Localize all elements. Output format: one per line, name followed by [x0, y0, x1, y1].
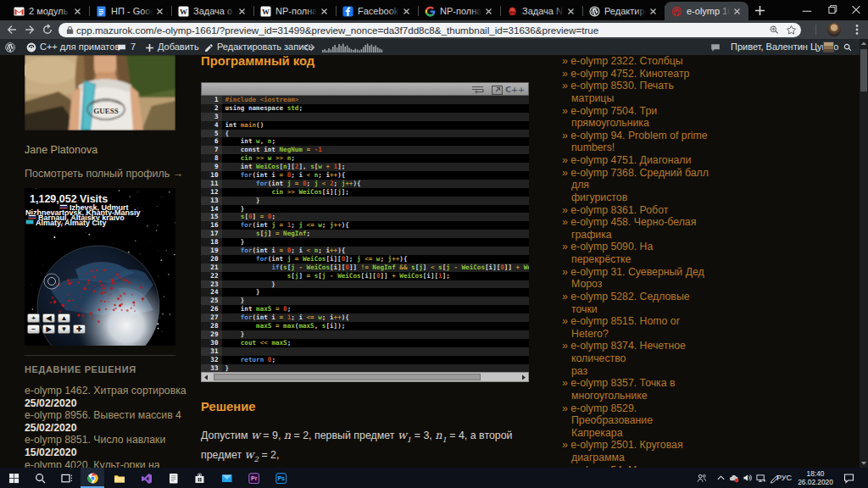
edit-pencil-icon[interactable] [204, 43, 214, 53]
recent-solution-item[interactable]: e-olymp 4020. Культ-орки на лестнице10/0… [25, 459, 199, 468]
adminbar-comments-count[interactable]: 7 [131, 39, 136, 55]
browser-tab[interactable]: WЗадача о рюкза [171, 2, 253, 20]
zoom-icon[interactable] [769, 25, 780, 36]
related-problem-link[interactable]: » e-olymp 4751. Диагонали [562, 154, 710, 167]
ms-store-icon[interactable] [187, 468, 211, 488]
open-window-icon[interactable] [492, 85, 503, 95]
profile-full-link[interactable]: Посмотреть полный профиль → [25, 168, 183, 180]
profile-name[interactable]: Jane Platonova [25, 144, 97, 156]
tab-close-icon[interactable] [565, 6, 576, 17]
people-tray-icon[interactable] [695, 468, 708, 488]
visual-studio-icon[interactable] [134, 468, 158, 488]
back-icon[interactable] [5, 23, 19, 36]
related-problem-link[interactable]: » e-olymp 5090. На перекрёстке [562, 241, 710, 265]
browser-tab[interactable]: NP-полная зада [418, 2, 500, 20]
photoshop-icon[interactable]: Ps [269, 468, 292, 488]
code-hscroll-thumb[interactable] [214, 374, 481, 380]
tab-close-icon[interactable] [648, 6, 659, 17]
pan-right-button[interactable]: ▶ [42, 324, 55, 334]
comments-bubble-icon[interactable] [117, 43, 126, 53]
recent-solution-item[interactable]: e-olymp 8851. Число навлаки 15/02/2020 [25, 434, 199, 458]
tab-close-icon[interactable] [236, 6, 248, 17]
code-brackets-icon[interactable] [303, 43, 315, 52]
pen-tray-icon[interactable] [768, 468, 781, 488]
adminbar-search-icon[interactable] [843, 42, 853, 53]
premiere-icon[interactable]: Pr [242, 468, 265, 488]
browser-tab[interactable]: WNP-полная зада [253, 2, 336, 20]
new-tab-button[interactable] [753, 3, 767, 18]
tab-close-icon[interactable] [732, 6, 743, 17]
action-center-icon[interactable] [841, 468, 856, 488]
tab-close-icon[interactable] [319, 6, 330, 17]
adminbar-site-name[interactable]: C++ для приматов [40, 39, 120, 55]
browser-tab[interactable]: 2 модуль - tsush [7, 2, 89, 20]
scroll-down-arrow[interactable] [860, 458, 868, 468]
onedrive-tray-icon[interactable] [727, 468, 740, 488]
browser-tab[interactable]: Редактировать з [582, 2, 665, 20]
scroll-right-arrow[interactable] [521, 374, 526, 380]
revolvermaps-widget[interactable]: 1,129,052 Visits Izhevsk, UdmurtNizhneva… [25, 188, 175, 346]
scroll-left-arrow[interactable] [203, 374, 209, 380]
related-problem-link[interactable]: » e-olymp 8530. Печать матрицы [562, 80, 710, 104]
related-problem-link[interactable]: » e-olymp 8357. Точка вмногоугольнике [562, 377, 710, 402]
file-explorer-icon[interactable] [107, 468, 131, 488]
related-problem-link[interactable]: » e-olymp 8374. Нечетное количествораз [562, 340, 710, 377]
wrap-lines-icon[interactable] [472, 86, 484, 95]
tab-close-icon[interactable] [154, 6, 165, 17]
recent-solution-item[interactable]: e-olymp 8956. Вывести массив 4 25/02/202… [25, 409, 199, 434]
tab-close-icon[interactable] [483, 6, 494, 17]
related-problem-link[interactable]: » e-olymp 2501. Круговая диаграмма [562, 439, 710, 463]
tray-chevron-icon[interactable] [715, 468, 727, 488]
forward-icon[interactable] [23, 23, 36, 36]
adminbar-avatar[interactable] [823, 42, 834, 53]
browser-tab[interactable]: НП - Google Док [89, 2, 171, 20]
document-app-icon[interactable] [161, 468, 185, 488]
reload-icon[interactable] [41, 23, 54, 36]
profile-avatar[interactable] [827, 23, 841, 36]
bookmark-star-icon[interactable] [786, 25, 797, 36]
wordpress-logo-icon[interactable] [5, 42, 15, 53]
adminbar-new-label[interactable]: Добавить [158, 39, 199, 55]
pan-up-button[interactable]: ▲ [58, 313, 70, 323]
stats-sparkline-icon[interactable] [322, 42, 383, 53]
zoom-in-button[interactable]: + [27, 313, 40, 323]
pan-down-button[interactable]: ▼ [58, 324, 70, 334]
browser-tab[interactable]: Задача NP-полн [500, 2, 582, 20]
related-problem-link[interactable]: » e-olymp 7368. Средний балл дляфигурист… [562, 167, 710, 204]
related-problem-link[interactable]: » e-olymp 8361. Робот [562, 204, 710, 217]
chrome-taskbar-icon[interactable] [81, 468, 104, 488]
tab-close-icon[interactable] [72, 6, 83, 17]
mail-app-icon[interactable] [214, 468, 238, 488]
active-browser-tab[interactable]: e-olymp 1661. П [665, 2, 748, 20]
pan-move-button[interactable]: ✚ [73, 324, 86, 334]
my-comments-bubble-icon[interactable] [710, 43, 721, 53]
browser-scrollbar[interactable] [860, 39, 868, 468]
site-dashboard-icon[interactable] [26, 42, 36, 53]
recent-solution-item[interactable]: e-olymp 1462. Хитрая сортировка25/02/202… [25, 385, 199, 409]
related-problem-link[interactable]: » e-olymp 8529. ПреобразованиеКапрекара [562, 402, 710, 440]
start-button[interactable] [2, 468, 25, 488]
zoom-out-button[interactable]: − [27, 324, 40, 334]
minimize-button[interactable] [794, 0, 820, 19]
related-problem-link[interactable]: » e-olymp 8515. Homo or Hetero? [562, 315, 710, 340]
related-problem-link[interactable]: » e-olymp 5282. Седловые точки [562, 291, 710, 315]
related-problem-link[interactable]: » e-olymp 7504. Три прямоугольника [562, 105, 710, 130]
related-problem-link[interactable]: » e-olymp 4752. Кинотеатр [562, 68, 710, 80]
related-problem-link[interactable]: » e-olymp 31. Суеверный Дед Мороз [562, 266, 710, 291]
search-button[interactable] [28, 468, 52, 488]
related-problem-link[interactable]: » e-olymp 458. Черно-белая графика [562, 216, 710, 241]
taskbar-clock[interactable]: 18:40 26.02.2020 [797, 469, 834, 486]
code-hscrollbar[interactable] [201, 372, 529, 382]
address-bar[interactable]: cpp.mazurok.com/e-olymp-1661/?preview_id… [58, 23, 801, 38]
volume-tray-icon[interactable] [741, 468, 754, 488]
browser-scroll-thumb[interactable] [860, 49, 867, 92]
related-problem-link[interactable]: » e-olymp 2322. Столбцы [562, 55, 710, 68]
related-problem-link[interactable]: » e-olymp 94. Problem of primenumbers! [562, 130, 710, 154]
plus-icon[interactable] [145, 43, 154, 53]
maximize-button[interactable] [819, 0, 844, 19]
scroll-up-arrow[interactable] [860, 39, 868, 49]
tab-close-icon[interactable] [401, 6, 412, 17]
task-view-button[interactable] [54, 468, 78, 488]
menu-dots-icon[interactable] [850, 23, 864, 36]
pan-left-button[interactable]: ◀ [42, 313, 55, 323]
